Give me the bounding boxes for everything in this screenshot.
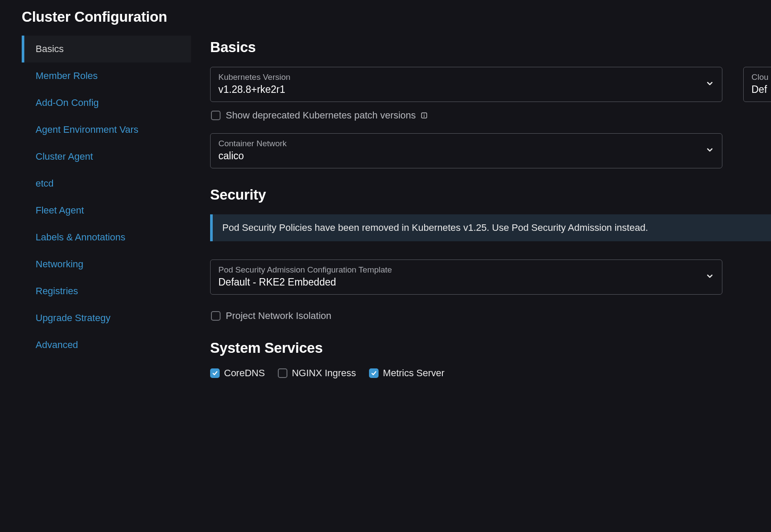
option-label: NGINX Ingress	[292, 368, 356, 379]
psp-removed-banner: Pod Security Policies have been removed …	[210, 214, 771, 241]
page-title: Cluster Configuration	[22, 9, 771, 25]
sidebar-item-member-roles[interactable]: Member Roles	[22, 62, 191, 89]
kubernetes-version-select[interactable]: Kubernetes Version v1.28.8+rke2r1	[210, 67, 722, 102]
sidebar-item-advanced[interactable]: Advanced	[22, 332, 191, 358]
chevron-down-icon	[705, 79, 714, 90]
sidebar-item-label: Agent Environment Vars	[36, 124, 138, 135]
cloud-provider-select[interactable]: Clou Def	[743, 67, 771, 102]
sidebar-item-label: Networking	[36, 259, 83, 269]
sidebar-item-label: Basics	[36, 43, 64, 54]
metrics-server-option[interactable]: Metrics Server	[369, 368, 445, 379]
info-icon[interactable]	[419, 111, 429, 120]
metrics-server-checkbox[interactable]	[369, 368, 379, 378]
sidebar-item-networking[interactable]: Networking	[22, 251, 191, 278]
field-label: Kubernetes Version	[218, 72, 700, 82]
field-value: Default - RKE2 Embedded	[218, 276, 700, 288]
sidebar-item-labels-annotations[interactable]: Labels & Annotations	[22, 224, 191, 251]
sidebar-item-basics[interactable]: Basics	[22, 36, 191, 62]
sidebar-item-registries[interactable]: Registries	[22, 278, 191, 305]
sidebar-item-label: etcd	[36, 178, 54, 189]
sidebar-item-fleet-agent[interactable]: Fleet Agent	[22, 197, 191, 224]
field-label: Clou	[751, 72, 768, 82]
field-value: calico	[218, 150, 700, 162]
option-label: CoreDNS	[224, 368, 265, 379]
coredns-option[interactable]: CoreDNS	[210, 368, 265, 379]
show-deprecated-checkbox[interactable]	[211, 111, 221, 120]
checkbox-label: Project Network Isolation	[226, 310, 331, 322]
section-title-system-services: System Services	[210, 340, 771, 356]
checkbox-label: Show deprecated Kubernetes patch version…	[226, 110, 416, 121]
nginx-ingress-checkbox[interactable]	[278, 368, 287, 378]
field-label: Container Network	[218, 139, 700, 148]
field-label: Pod Security Admission Configuration Tem…	[218, 265, 700, 275]
sidebar-item-upgrade-strategy[interactable]: Upgrade Strategy	[22, 305, 191, 332]
sidebar-item-label: Upgrade Strategy	[36, 312, 110, 323]
project-network-isolation-row: Project Network Isolation	[211, 310, 771, 322]
sidebar: Basics Member Roles Add-On Config Agent …	[22, 36, 191, 379]
coredns-checkbox[interactable]	[210, 368, 220, 378]
svg-rect-2	[424, 115, 425, 117]
chevron-down-icon	[705, 272, 714, 282]
svg-rect-1	[424, 114, 425, 115]
chevron-down-icon	[705, 145, 714, 156]
section-title-basics: Basics	[210, 39, 771, 56]
sidebar-item-label: Fleet Agent	[36, 205, 84, 216]
sidebar-item-label: Registries	[36, 286, 78, 296]
sidebar-item-cluster-agent[interactable]: Cluster Agent	[22, 143, 191, 170]
field-value: Def	[751, 84, 768, 95]
container-network-select[interactable]: Container Network calico	[210, 133, 722, 168]
sidebar-item-agent-env-vars[interactable]: Agent Environment Vars	[22, 116, 191, 143]
banner-text: Pod Security Policies have been removed …	[222, 222, 648, 233]
section-title-security: Security	[210, 187, 771, 203]
system-services-options: CoreDNS NGINX Ingress Metrics Server	[210, 368, 771, 379]
show-deprecated-checkbox-row: Show deprecated Kubernetes patch version…	[211, 110, 771, 121]
sidebar-item-addon-config[interactable]: Add-On Config	[22, 89, 191, 116]
nginx-ingress-option[interactable]: NGINX Ingress	[278, 368, 356, 379]
sidebar-item-label: Labels & Annotations	[36, 232, 125, 243]
option-label: Metrics Server	[383, 368, 445, 379]
sidebar-item-label: Add-On Config	[36, 97, 99, 108]
sidebar-item-label: Cluster Agent	[36, 151, 93, 162]
sidebar-item-label: Advanced	[36, 339, 78, 350]
psa-template-select[interactable]: Pod Security Admission Configuration Tem…	[210, 259, 722, 295]
sidebar-item-etcd[interactable]: etcd	[22, 170, 191, 197]
content: Basics Kubernetes Version v1.28.8+rke2r1…	[210, 36, 771, 379]
field-value: v1.28.8+rke2r1	[218, 84, 700, 95]
sidebar-item-label: Member Roles	[36, 70, 98, 81]
project-network-isolation-checkbox[interactable]	[211, 311, 221, 321]
